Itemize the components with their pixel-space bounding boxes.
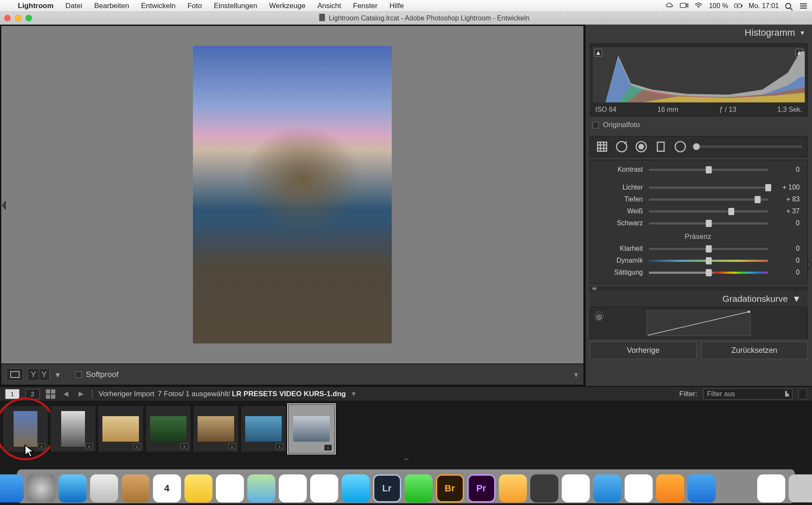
thumbnail[interactable]: ± bbox=[288, 404, 335, 454]
histogram-graph[interactable]: ▲ ▲ bbox=[593, 47, 805, 102]
dock-preferences-icon[interactable] bbox=[719, 474, 747, 502]
crop-tool-icon[interactable] bbox=[595, 140, 609, 153]
slider-value[interactable]: 0 bbox=[774, 219, 800, 227]
redeye-tool-icon[interactable] bbox=[634, 140, 648, 153]
dock-maps-icon[interactable] bbox=[247, 474, 275, 502]
slider-value[interactable]: 0 bbox=[774, 269, 800, 276]
thumbnail[interactable]: ± bbox=[193, 406, 239, 452]
wifi-icon[interactable] bbox=[694, 3, 703, 9]
slider-value[interactable]: 0 bbox=[774, 257, 800, 264]
menu-foto[interactable]: Foto bbox=[187, 2, 202, 10]
dock-calendar-icon[interactable]: 4 bbox=[153, 474, 181, 502]
dock-bridge-icon[interactable]: Br bbox=[436, 474, 464, 502]
slider-sättigung[interactable]: Sättigung0 bbox=[596, 267, 800, 278]
dock-notes-icon[interactable] bbox=[184, 474, 212, 502]
dock-ibooks-author-icon[interactable] bbox=[499, 474, 527, 502]
spot-tool-icon[interactable] bbox=[615, 140, 628, 153]
dock-photos-icon[interactable] bbox=[279, 474, 307, 502]
filter-select[interactable]: Filter aus ▙ bbox=[703, 389, 792, 400]
breadcrumb-chevron-icon[interactable]: ▾ bbox=[352, 389, 356, 398]
slider-value[interactable]: 0 bbox=[774, 245, 800, 252]
main-screen-button[interactable]: 1 bbox=[5, 389, 20, 399]
preview-photo[interactable] bbox=[193, 46, 392, 343]
menu-hilfe[interactable]: Hilfe bbox=[389, 2, 404, 10]
window-minimize-button[interactable] bbox=[15, 15, 21, 21]
reset-button[interactable]: Zurücksetzen bbox=[701, 341, 808, 359]
slider-track[interactable] bbox=[649, 222, 768, 224]
slider-value[interactable]: + 100 bbox=[774, 184, 800, 191]
dock-itunes-icon[interactable] bbox=[625, 474, 653, 502]
dock-mail-icon[interactable] bbox=[90, 474, 118, 502]
slider-track[interactable] bbox=[649, 199, 768, 201]
slider-track[interactable] bbox=[649, 210, 768, 213]
brush-size-slider[interactable] bbox=[693, 145, 802, 148]
dock-safari-icon[interactable] bbox=[59, 474, 87, 502]
dock-finder-icon[interactable] bbox=[0, 474, 24, 502]
slider-kontrast[interactable]: Kontrast0 bbox=[596, 164, 800, 176]
menu-entwickeln[interactable]: Entwickeln bbox=[141, 2, 175, 10]
slider-value[interactable]: + 83 bbox=[774, 196, 800, 203]
softproof-checkbox[interactable] bbox=[75, 372, 82, 378]
rightpanel-grip-icon[interactable] bbox=[806, 256, 812, 273]
filmstrip[interactable]: ±±±±±±± bbox=[0, 401, 812, 457]
compare-after-button[interactable]: Y bbox=[39, 368, 50, 381]
slider-track[interactable] bbox=[649, 169, 768, 171]
window-zoom-button[interactable] bbox=[25, 15, 32, 21]
second-screen-button[interactable]: 2 bbox=[25, 389, 40, 399]
dock-lightroom-icon[interactable]: Lr bbox=[373, 474, 401, 502]
curve-target-icon[interactable]: ◎ bbox=[594, 312, 604, 321]
dock-downloads-icon[interactable] bbox=[757, 474, 785, 502]
loupe-view[interactable]: Y Y ▾ Softproof ▾ bbox=[0, 25, 585, 386]
dock-launchpad-icon[interactable] bbox=[27, 474, 55, 502]
dock-contacts-icon[interactable] bbox=[122, 474, 150, 502]
thumbnail[interactable]: ± bbox=[145, 406, 191, 452]
nav-back-icon[interactable]: ◄ bbox=[61, 389, 71, 399]
dock-reminders-icon[interactable] bbox=[216, 474, 244, 502]
menu-ansicht[interactable]: Ansicht bbox=[317, 2, 341, 10]
slider-dynamik[interactable]: Dynamik0 bbox=[596, 255, 800, 267]
originalfoto-checkbox[interactable] bbox=[592, 122, 599, 128]
slider-value[interactable]: 0 bbox=[774, 166, 800, 173]
compare-before-button[interactable]: Y bbox=[28, 368, 39, 381]
slider-track[interactable] bbox=[649, 272, 768, 274]
menu-werkzeuge[interactable]: Werkzeuge bbox=[269, 2, 306, 10]
spotlight-icon[interactable] bbox=[785, 3, 793, 9]
histogram-panel-header[interactable]: Histogramm ▼ bbox=[586, 25, 812, 41]
collapse-icon[interactable]: ▼ bbox=[792, 294, 801, 304]
dock-messages-icon[interactable] bbox=[342, 474, 370, 502]
slider-weiß[interactable]: Weiß+ 37 bbox=[596, 205, 800, 217]
slider-track[interactable] bbox=[649, 248, 768, 250]
breadcrumb-file[interactable]: LR PRESETS VIDEO KURS-1.dng bbox=[232, 390, 346, 398]
menubar-app[interactable]: Lightroom bbox=[18, 2, 54, 10]
screenrec-icon[interactable] bbox=[680, 3, 688, 9]
dock-app-store-icon[interactable] bbox=[688, 474, 716, 502]
menulist-icon[interactable] bbox=[799, 3, 808, 9]
dock-trash-icon[interactable] bbox=[789, 474, 812, 502]
slider-track[interactable] bbox=[649, 187, 768, 189]
dock-books-icon[interactable] bbox=[656, 474, 684, 502]
menu-datei[interactable]: Datei bbox=[65, 2, 82, 10]
dock-keynote-icon[interactable] bbox=[593, 474, 621, 502]
toolbar-chevron-icon[interactable]: ▾ bbox=[574, 370, 578, 380]
grid-view-icon[interactable] bbox=[46, 389, 55, 399]
slider-schwarz[interactable]: Schwarz0 bbox=[596, 217, 800, 229]
slider-track[interactable] bbox=[649, 260, 768, 262]
filmstrip-grip-icon[interactable] bbox=[0, 457, 812, 462]
dock-facetime-icon[interactable] bbox=[405, 474, 433, 502]
tone-curve-body[interactable]: ◎ bbox=[590, 307, 808, 339]
radial-tool-icon[interactable] bbox=[673, 140, 687, 153]
nav-forward-icon[interactable]: ► bbox=[76, 389, 86, 399]
dock-premiere-icon[interactable]: Pr bbox=[467, 474, 495, 502]
thumbnail[interactable]: ± bbox=[3, 406, 48, 452]
tone-curve-graph[interactable] bbox=[647, 310, 751, 336]
collapse-icon[interactable]: ▼ bbox=[799, 29, 805, 36]
thumbnail[interactable]: ± bbox=[98, 406, 144, 452]
thumbnail[interactable]: ± bbox=[240, 406, 286, 452]
battery-icon[interactable] bbox=[734, 3, 743, 9]
dock-imovie-icon[interactable] bbox=[530, 474, 558, 502]
previous-button[interactable]: Vorherige bbox=[590, 341, 697, 359]
leftpanel-grip-icon[interactable] bbox=[0, 197, 7, 214]
menu-bearbeiten[interactable]: Bearbeiten bbox=[94, 2, 129, 10]
slider-tiefen[interactable]: Tiefen+ 83 bbox=[596, 193, 800, 205]
slider-value[interactable]: + 37 bbox=[774, 207, 800, 215]
